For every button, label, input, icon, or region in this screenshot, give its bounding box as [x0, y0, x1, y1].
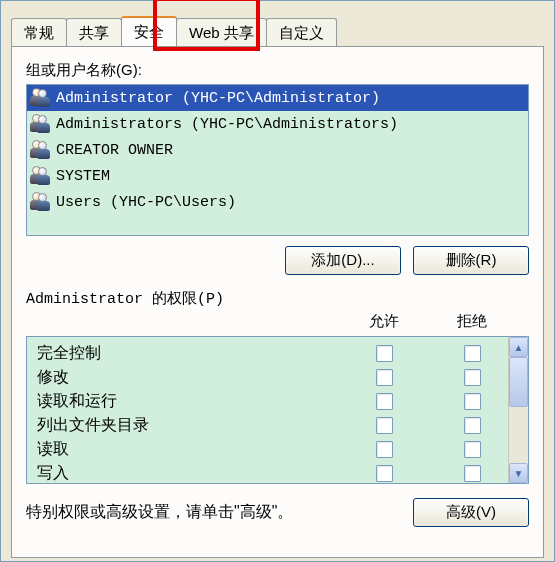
tab-share[interactable]: 共享: [66, 18, 122, 48]
group-icon: [30, 113, 52, 135]
deny-checkbox[interactable]: [464, 345, 481, 362]
perm-row: 读取: [37, 437, 508, 461]
scroll-thumb[interactable]: [509, 357, 528, 407]
allow-checkbox[interactable]: [376, 417, 393, 434]
scroll-down-icon[interactable]: ▼: [509, 463, 528, 483]
perm-name: 写入: [37, 463, 344, 484]
user-list[interactable]: Administrator (YHC-PC\Administrator) Adm…: [26, 84, 529, 236]
header-allow: 允许: [354, 312, 414, 331]
advanced-button[interactable]: 高级(V): [413, 498, 529, 527]
user-name: Administrator (YHC-PC\Administrator): [56, 90, 380, 107]
allow-checkbox[interactable]: [376, 441, 393, 458]
deny-checkbox[interactable]: [464, 417, 481, 434]
perm-row: 完全控制: [37, 341, 508, 365]
user-row[interactable]: CREATOR OWNER: [27, 137, 528, 163]
user-name: Administrators (YHC-PC\Administrators): [56, 116, 398, 133]
perm-name: 完全控制: [37, 343, 344, 364]
tab-custom[interactable]: 自定义: [266, 18, 337, 48]
user-name: CREATOR OWNER: [56, 142, 173, 159]
group-icon: [30, 191, 52, 213]
user-name: Users (YHC-PC\Users): [56, 194, 236, 211]
deny-checkbox[interactable]: [464, 441, 481, 458]
group-icon: [30, 87, 52, 109]
header-deny: 拒绝: [442, 312, 502, 331]
add-button[interactable]: 添加(D)...: [285, 246, 401, 275]
deny-checkbox[interactable]: [464, 369, 481, 386]
scrollbar[interactable]: ▲ ▼: [508, 337, 528, 483]
tab-security[interactable]: 安全: [121, 16, 177, 46]
permissions-header: 允许 拒绝: [26, 312, 529, 331]
perm-name: 修改: [37, 367, 344, 388]
group-icon: [30, 139, 52, 161]
permissions-list: 完全控制 修改 读取和运行 列出文件夹目录: [26, 336, 529, 484]
scroll-track[interactable]: [509, 407, 528, 463]
perm-name: 列出文件夹目录: [37, 415, 344, 436]
permissions-label: Administrator 的权限(P): [26, 289, 529, 308]
allow-checkbox[interactable]: [376, 465, 393, 482]
tab-strip: 常规 共享 安全 Web 共享 自定义: [11, 16, 544, 46]
group-label: 组或用户名称(G):: [26, 61, 529, 80]
tab-general[interactable]: 常规: [11, 18, 67, 48]
perm-name: 读取和运行: [37, 391, 344, 412]
perm-name: 读取: [37, 439, 344, 460]
allow-checkbox[interactable]: [376, 345, 393, 362]
tab-webshare[interactable]: Web 共享: [176, 18, 267, 48]
deny-checkbox[interactable]: [464, 393, 481, 410]
allow-checkbox[interactable]: [376, 393, 393, 410]
allow-checkbox[interactable]: [376, 369, 393, 386]
panel-security: 组或用户名称(G): Administrator (YHC-PC\Adminis…: [11, 46, 544, 558]
perm-row: 列出文件夹目录: [37, 413, 508, 437]
user-row[interactable]: Administrator (YHC-PC\Administrator): [27, 85, 528, 111]
advanced-hint: 特别权限或高级设置，请单击"高级"。: [26, 502, 293, 523]
group-icon: [30, 165, 52, 187]
perm-row: 读取和运行: [37, 389, 508, 413]
user-row[interactable]: Users (YHC-PC\Users): [27, 189, 528, 215]
scroll-up-icon[interactable]: ▲: [509, 337, 528, 357]
perm-row: 修改: [37, 365, 508, 389]
user-name: SYSTEM: [56, 168, 110, 185]
user-row[interactable]: Administrators (YHC-PC\Administrators): [27, 111, 528, 137]
perm-row: 写入: [37, 461, 508, 483]
deny-checkbox[interactable]: [464, 465, 481, 482]
remove-button[interactable]: 删除(R): [413, 246, 529, 275]
user-row[interactable]: SYSTEM: [27, 163, 528, 189]
